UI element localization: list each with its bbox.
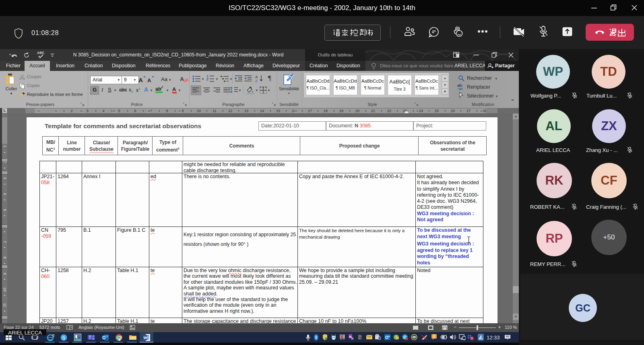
svg-text:W: W	[144, 335, 147, 340]
svg-text:A: A	[147, 77, 151, 83]
svg-text:K: K	[481, 337, 483, 339]
svg-text:A: A	[138, 77, 143, 83]
svg-text:A: A	[255, 75, 258, 79]
svg-text:A: A	[180, 76, 184, 82]
svg-text:T: T	[89, 335, 91, 340]
svg-text:b: b	[461, 83, 463, 87]
svg-text:B0: B0	[358, 337, 361, 340]
svg-text:Z: Z	[255, 79, 258, 83]
svg-text:N: N	[349, 335, 352, 339]
svg-text:S: S	[62, 335, 65, 340]
svg-text:O: O	[385, 335, 388, 340]
